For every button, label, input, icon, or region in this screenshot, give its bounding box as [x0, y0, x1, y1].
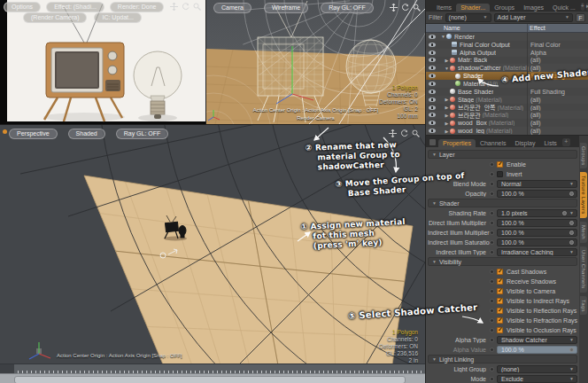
tab-quick[interactable]: Quick ...: [548, 4, 580, 12]
side-tab-groups[interactable]: Groups: [580, 143, 587, 168]
visibility-eye-icon[interactable]: [429, 43, 436, 47]
zoom-icon[interactable]: [193, 3, 201, 11]
camera-wireframe-viewport[interactable]: Camera Wireframe Ray GL: OFF Action Cent…: [205, 0, 425, 124]
mini-slider-icon[interactable]: [569, 192, 574, 196]
rotate-icon[interactable]: [182, 3, 190, 11]
visibility-eye-icon[interactable]: [429, 121, 436, 125]
channel-dot-icon[interactable]: [490, 318, 494, 323]
tree-row-base-shader[interactable]: Base Shader Full Shading: [426, 88, 588, 96]
visibility-eye-icon[interactable]: [429, 51, 436, 55]
shader-section-header[interactable]: ▼ Shader: [428, 199, 577, 207]
channel-dot-icon[interactable]: [490, 211, 494, 215]
side-tab-texture-layers[interactable]: Texture Layers: [580, 172, 587, 218]
tree-row-wood-leg[interactable]: ▶ wood_leg (Material) (all): [426, 127, 588, 135]
channel-dot-icon[interactable]: [490, 172, 494, 176]
zoom-icon[interactable]: [412, 129, 420, 137]
visibility-section-header[interactable]: ▼ Visibility: [428, 257, 577, 266]
raygl-button[interactable]: Ray GL: OFF: [321, 3, 374, 13]
opacity-input[interactable]: 100.0 %: [497, 190, 577, 198]
channel-dot-icon[interactable]: [490, 240, 494, 245]
panel-grip-icon[interactable]: [429, 139, 436, 145]
visible-to-camera-checkbox[interactable]: [497, 288, 503, 294]
channel-dot-icon[interactable]: [490, 328, 494, 332]
channel-dot-icon[interactable]: [490, 192, 494, 196]
viewport-thumb-widget[interactable]: [3, 129, 7, 134]
raygl-button[interactable]: Ray GL: OFF: [116, 129, 169, 139]
tree-row-material[interactable]: Material (19): [426, 80, 588, 88]
render-preview-pane[interactable]: Options Effect: (Shadi... Render: Done (…: [0, 0, 205, 124]
add-tab-icon[interactable]: +: [581, 3, 584, 11]
layer-effect[interactable]: (all): [530, 105, 541, 111]
pan-icon[interactable]: [170, 3, 178, 11]
blend-mode-dropdown[interactable]: Normal ▼: [497, 180, 577, 188]
shading-rate-input[interactable]: 1.0 pixels ▼: [497, 209, 577, 217]
channel-dot-icon[interactable]: [490, 221, 494, 225]
layer-effect[interactable]: Alpha: [530, 50, 546, 56]
mini-slider-icon[interactable]: [569, 240, 574, 245]
tree-row-stage[interactable]: ▶ Stage (Material) (all): [426, 96, 588, 104]
expand-arrow-icon[interactable]: ▶: [444, 97, 450, 102]
timeline-ruler[interactable]: [0, 363, 425, 373]
ic-update-button[interactable]: IC: Updat...: [94, 12, 141, 23]
tree-row-final-color-output[interactable]: Final Color Output Final Color: [426, 41, 588, 49]
channel-dot-icon[interactable]: [490, 182, 494, 186]
channel-dot-icon[interactable]: [490, 231, 494, 235]
tree-row-shadowcatcher-group[interactable]: ▼ shadowCathcer (Material) (all): [426, 64, 588, 72]
channel-dot-icon[interactable]: [490, 289, 494, 293]
layer-effect[interactable]: Full Shading: [530, 73, 565, 79]
direct-illum-input[interactable]: 100.0 %: [497, 219, 577, 227]
light-group-dropdown[interactable]: (none) ▼: [497, 365, 577, 373]
camera-mode-button[interactable]: Camera: [213, 3, 251, 13]
tab-channels[interactable]: Channels: [476, 139, 511, 147]
timeline-scrollbar[interactable]: [0, 373, 425, 383]
pan-icon[interactable]: [389, 129, 397, 137]
tab-lists[interactable]: Lists: [539, 139, 561, 147]
tab-items[interactable]: Items: [432, 4, 456, 12]
channel-dot-icon[interactable]: [490, 309, 494, 313]
layer-effect[interactable]: Full Shading: [530, 89, 565, 95]
receive-shadows-checkbox[interactable]: [497, 278, 503, 285]
visibility-eye-icon[interactable]: [429, 98, 436, 102]
tab-properties[interactable]: Properties: [438, 139, 476, 147]
mini-slider-icon[interactable]: [569, 231, 574, 235]
layer-effect[interactable]: (all): [530, 128, 541, 134]
add-layer-dropdown[interactable]: Add Layer ▼: [494, 13, 573, 22]
side-tab-user-channels[interactable]: User Channels: [580, 246, 587, 293]
channel-dot-icon[interactable]: [490, 338, 494, 342]
render-status-button[interactable]: Render: Done: [110, 2, 165, 12]
tree-row-wood-box[interactable]: ▶ wood_Box (Material) (all): [426, 119, 588, 127]
channel-dot-icon[interactable]: [490, 270, 494, 274]
visible-to-indirect-checkbox[interactable]: [497, 298, 503, 304]
expand-arrow-icon[interactable]: ▶: [444, 129, 450, 134]
tree-row-braunkwan-inner[interactable]: ▶ 브라운관_안쪽 (Material) (all): [426, 104, 588, 112]
layer-effect[interactable]: (all): [530, 97, 541, 103]
cast-shadows-checkbox[interactable]: [497, 269, 503, 275]
tab-display[interactable]: Display: [510, 139, 539, 147]
shaded-mode-button[interactable]: Shaded: [68, 129, 105, 139]
visible-to-refraction-checkbox[interactable]: [497, 317, 503, 324]
expand-arrow-icon[interactable]: ▶: [444, 58, 450, 63]
expand-arrow-icon[interactable]: ▶: [444, 105, 450, 110]
enable-checkbox[interactable]: [497, 161, 503, 168]
tree-row-render[interactable]: ▼ Render: [426, 33, 588, 41]
filter-dropdown[interactable]: (none) ▼: [445, 13, 491, 22]
wireframe-mode-button[interactable]: Wireframe: [264, 3, 308, 13]
channel-dot-icon[interactable]: [490, 377, 494, 381]
channel-dot-icon[interactable]: [490, 367, 494, 371]
rotate-icon[interactable]: [401, 4, 409, 12]
channel-dot-icon[interactable]: [490, 279, 494, 284]
tree-row-alpha-output[interactable]: Alpha Output Alpha: [426, 49, 588, 57]
expand-arrow-icon[interactable]: ▶: [444, 113, 450, 118]
indirect-type-dropdown[interactable]: Irradiance Caching ▼: [497, 248, 577, 256]
visibility-eye-icon[interactable]: [429, 35, 436, 39]
tree-row-braunkwan[interactable]: ▶ 브라운관 (Material) (all): [426, 111, 588, 119]
alpha-type-dropdown[interactable]: Shadow Catcher ▼: [497, 336, 577, 344]
filter-f-button[interactable]: F: [576, 13, 585, 22]
visibility-eye-icon[interactable]: [429, 90, 436, 94]
render-camera-button[interactable]: (Render Camera): [23, 12, 87, 23]
layer-effect[interactable]: (all): [530, 120, 541, 126]
mini-slider-icon[interactable]: [569, 221, 574, 225]
side-tab-tags[interactable]: Tags: [580, 296, 587, 316]
pan-icon[interactable]: [390, 4, 398, 12]
visibility-eye-icon[interactable]: [429, 106, 436, 110]
